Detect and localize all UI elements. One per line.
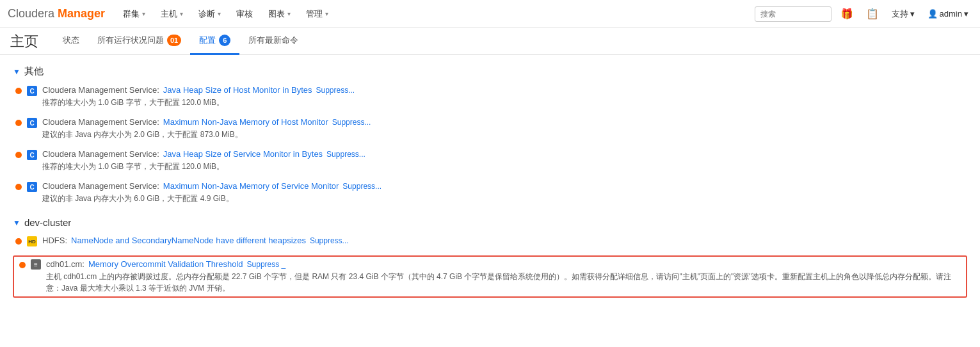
section-dev-cluster-title: dev-cluster (24, 217, 71, 228)
alert-title-line: cdh01.cm: Memory Overcommit Validation T… (46, 259, 961, 269)
nav-item-audit[interactable]: 审核 (229, 0, 261, 28)
alert-content: cdh01.cm: Memory Overcommit Validation T… (46, 259, 961, 294)
alert-dot (15, 152, 22, 158)
section-dev-cluster: ▼ dev-cluster HD HDFS: NameNode and Seco… (13, 217, 967, 298)
cms-icon: C (27, 118, 37, 128)
admin-button[interactable]: 👤 admin ▾ (924, 6, 972, 21)
section-other: ▼ 其他 C Cloudera Management Service: Java… (13, 65, 967, 204)
alert-item: HD HDFS: NameNode and SecondaryNameNode … (13, 236, 967, 246)
suppress-link[interactable]: Suppress... (326, 150, 365, 159)
list-icon: ≡ (31, 259, 41, 270)
alert-link[interactable]: Java Heap Size of Service Monitor in Byt… (163, 149, 323, 159)
alert-title-line: Cloudera Management Service: Java Heap S… (42, 149, 967, 159)
alert-item-highlighted: ≡ cdh01.cm: Memory Overcommit Validation… (13, 255, 967, 298)
section-dev-cluster-header[interactable]: ▼ dev-cluster (13, 217, 967, 228)
suppress-link[interactable]: Suppress... (310, 236, 349, 245)
alert-item: C Cloudera Management Service: Maximum N… (13, 181, 967, 204)
alert-description: 推荐的堆大小为 1.0 GiB 字节，大于配置 120.0 MiB。 (42, 97, 967, 108)
alert-dot (19, 262, 26, 268)
logo-cloudera: Cloudera (8, 7, 54, 20)
support-button[interactable]: 支持 ▾ (888, 6, 919, 22)
alert-item: C Cloudera Management Service: Java Heap… (13, 149, 967, 172)
alert-description: 建议的非 Java 内存大小为 6.0 GiB，大于配置 4.9 GiB。 (42, 193, 967, 204)
chevron-down-icon: ▾ (287, 10, 291, 17)
alert-service-name: Cloudera Management Service: (42, 181, 159, 191)
alert-service-name: Cloudera Management Service: (42, 85, 159, 95)
alert-link[interactable]: Maximum Non-Java Memory of Host Monitor (163, 117, 328, 127)
chevron-down-icon: ▾ (180, 10, 183, 17)
alert-item: C Cloudera Management Service: Java Heap… (13, 85, 967, 108)
alert-content: Cloudera Management Service: Java Heap S… (42, 149, 967, 172)
nav-item-charts[interactable]: 图表 ▾ (261, 0, 298, 28)
alert-description: 主机 cdh01.cm 上的内存被调拨过度。总内存分配额是 22.7 GiB 个… (46, 271, 961, 294)
alert-service-name: cdh01.cm: (46, 259, 84, 269)
alert-title-line: Cloudera Management Service: Maximum Non… (42, 181, 967, 191)
main-content: ▼ 其他 C Cloudera Management Service: Java… (0, 55, 980, 321)
alert-content: Cloudera Management Service: Maximum Non… (42, 117, 967, 140)
help-icon[interactable]: 📋 (862, 5, 883, 22)
chevron-down-icon: ▾ (910, 9, 915, 19)
chevron-down-icon: ▾ (142, 10, 145, 17)
nav-item-cluster[interactable]: 群集 ▾ (115, 0, 153, 28)
health-issues-badge: 01 (167, 35, 181, 46)
suppress-link[interactable]: Suppress... (332, 118, 371, 127)
nav-item-diagnosis[interactable]: 诊断 ▾ (191, 0, 229, 28)
alert-link[interactable]: Maximum Non-Java Memory of Service Monit… (163, 181, 339, 191)
chevron-down-icon: ▾ (218, 10, 221, 17)
suppress-link[interactable]: Suppress... (316, 86, 355, 95)
section-other-header[interactable]: ▼ 其他 (13, 65, 967, 77)
config-badge: 6 (219, 35, 230, 46)
collapse-icon: ▼ (13, 67, 20, 76)
cms-icon: C (27, 86, 37, 96)
section-other-title: 其他 (24, 65, 44, 77)
top-navigation: Cloudera Manager 群集 ▾ 主机 ▾ 诊断 ▾ 审核 图表 ▾ … (0, 0, 980, 28)
alert-dot (15, 238, 22, 245)
alert-link[interactable]: NameNode and SecondaryNameNode have diff… (71, 236, 306, 245)
alert-dot (15, 184, 22, 190)
alert-service-name: Cloudera Management Service: (42, 117, 159, 127)
hdfs-icon: HD (27, 236, 37, 246)
cms-icon: C (27, 182, 37, 192)
collapse-icon: ▼ (13, 218, 20, 227)
alert-dot (15, 120, 22, 126)
tab-latest-commands[interactable]: 所有最新命令 (239, 28, 307, 55)
nav-item-management[interactable]: 管理 ▾ (298, 0, 336, 28)
alert-content: Cloudera Management Service: Java Heap S… (42, 85, 967, 108)
logo-manager: Manager (58, 7, 105, 20)
gift-icon[interactable]: 🎁 (837, 5, 857, 22)
alert-content: HDFS: NameNode and SecondaryNameNode hav… (42, 236, 967, 245)
nav-right: 🎁 📋 支持 ▾ 👤 admin ▾ (755, 5, 972, 22)
suppress-link[interactable]: Suppress... (342, 182, 382, 191)
alert-title-line: HDFS: NameNode and SecondaryNameNode hav… (42, 236, 967, 245)
chevron-down-icon: ▾ (325, 10, 328, 17)
page-title: 主页 (10, 32, 38, 51)
search-input[interactable] (755, 6, 831, 22)
alert-item: C Cloudera Management Service: Maximum N… (13, 117, 967, 140)
tab-health-issues[interactable]: 所有运行状况问题 01 (88, 28, 190, 55)
tab-status[interactable]: 状态 (54, 28, 88, 55)
alert-dot (15, 88, 22, 94)
alert-title-line: Cloudera Management Service: Maximum Non… (42, 117, 967, 127)
cms-icon: C (27, 150, 37, 160)
alert-description: 推荐的堆大小为 1.0 GiB 字节，大于配置 120.0 MiB。 (42, 161, 967, 172)
logo: Cloudera Manager (8, 7, 105, 20)
alert-link[interactable]: Memory Overcommit Validation Threshold (88, 259, 243, 269)
alert-service-name: Cloudera Management Service: (42, 149, 159, 159)
chevron-down-icon: ▾ (964, 9, 968, 19)
alert-description: 建议的非 Java 内存大小为 2.0 GiB，大于配置 873.0 MiB。 (42, 129, 967, 140)
alert-service-name: HDFS: (42, 236, 67, 245)
alert-title-line: Cloudera Management Service: Java Heap S… (42, 85, 967, 95)
alert-content: Cloudera Management Service: Maximum Non… (42, 181, 967, 204)
suppress-link[interactable]: Suppress _ (247, 260, 286, 269)
tab-config[interactable]: 配置 6 (190, 28, 239, 55)
alert-link[interactable]: Java Heap Size of Host Monitor in Bytes (163, 85, 312, 95)
nav-menu: 群集 ▾ 主机 ▾ 诊断 ▾ 审核 图表 ▾ 管理 ▾ (115, 0, 754, 28)
sub-navigation: 主页 状态 所有运行状况问题 01 配置 6 所有最新命令 (0, 28, 980, 55)
nav-item-host[interactable]: 主机 ▾ (153, 0, 191, 28)
user-icon: 👤 (928, 9, 938, 19)
